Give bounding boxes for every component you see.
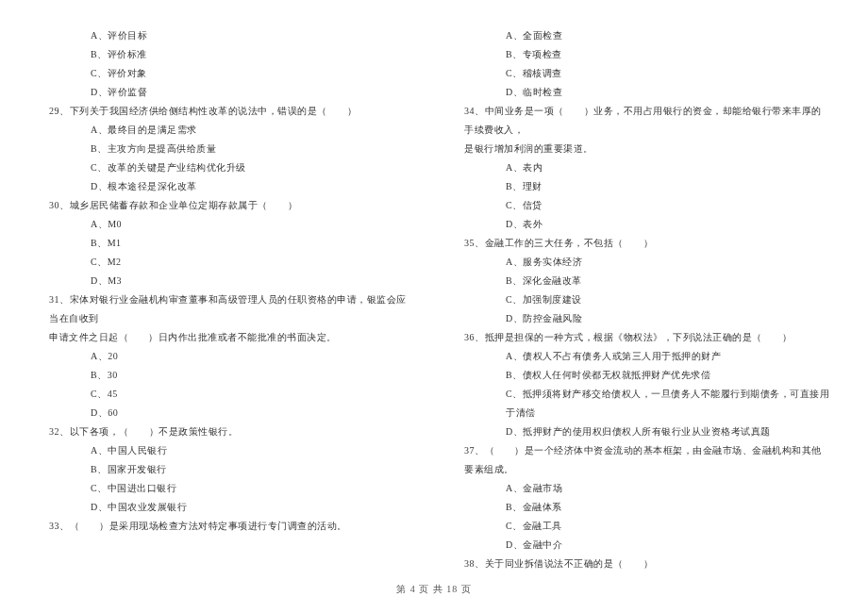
question-31-cont: 申请文件之日起（ ）日内作出批准或者不能批准的书面决定。 <box>38 328 415 347</box>
option-text: B、主攻方向是提高供给质量 <box>38 140 415 158</box>
option-text: C、稽核调查 <box>453 64 830 83</box>
option-text: D、抵押财产的使用权归债权人所有银行业从业资格考试真题 <box>453 422 830 441</box>
question-35: 35、金融工作的三大任务，不包括（ ） <box>453 234 830 253</box>
option-text: D、临时检查 <box>453 83 830 102</box>
option-text: D、根本途径是深化改革 <box>38 177 415 196</box>
option-text: A、20 <box>38 347 415 366</box>
option-text: A、金融市场 <box>453 479 830 498</box>
question-34-cont: 是银行增加利润的重要渠道。 <box>453 140 830 158</box>
option-text: D、M3 <box>38 272 415 290</box>
option-text: B、理财 <box>453 177 830 196</box>
question-31: 31、宋体对银行业金融机构审查董事和高级管理人员的任职资格的申请，银监会应当在自… <box>38 290 415 328</box>
option-text: A、债权人不占有债务人或第三人用于抵押的财产 <box>453 347 830 366</box>
option-text: B、30 <box>38 366 415 385</box>
page-container: A、评价目标 B、评价标准 C、评价对象 D、评价监督 29、下列关于我国经济供… <box>0 0 868 573</box>
option-text: C、金融工具 <box>453 517 830 536</box>
option-text: B、评价标准 <box>38 45 415 64</box>
option-text: D、金融中介 <box>453 536 830 555</box>
question-29: 29、下列关于我国经济供给侧结构性改革的说法中，错误的是（ ） <box>38 102 415 121</box>
question-30: 30、城乡居民储蓄存款和企业单位定期存款属于（ ） <box>38 196 415 215</box>
option-text: A、评价目标 <box>38 26 415 45</box>
option-text: A、表内 <box>453 158 830 177</box>
question-33: 33、（ ）是采用现场检查方法对特定事项进行专门调查的活动。 <box>38 517 415 536</box>
option-text: C、中国进出口银行 <box>38 479 415 498</box>
option-text: B、深化金融改革 <box>453 272 830 290</box>
option-text: D、中国农业发展银行 <box>38 498 415 517</box>
question-32: 32、以下各项，（ ）不是政策性银行。 <box>38 422 415 441</box>
option-text: B、M1 <box>38 234 415 253</box>
option-text: C、抵押须将财产移交给债权人，一旦债务人不能履行到期债务，可直接用于清偿 <box>453 385 830 422</box>
option-text: C、45 <box>38 385 415 404</box>
option-text: B、专项检查 <box>453 45 830 64</box>
option-text: C、M2 <box>38 253 415 272</box>
option-text: D、60 <box>38 404 415 422</box>
option-text: A、全面检查 <box>453 26 830 45</box>
question-34: 34、中间业务是一项（ ）业务，不用占用银行的资金，却能给银行带来丰厚的手续费收… <box>453 102 830 140</box>
option-text: D、防控金融风险 <box>453 309 830 328</box>
option-text: C、加强制度建设 <box>453 290 830 309</box>
question-37: 37、（ ）是一个经济体中资金流动的基本框架，由金融市场、金融机构和其他要素组成… <box>453 441 830 479</box>
left-column: A、评价目标 B、评价标准 C、评价对象 D、评价监督 29、下列关于我国经济供… <box>38 26 415 573</box>
option-text: A、中国人民银行 <box>38 441 415 460</box>
question-36: 36、抵押是担保的一种方式，根据《物权法》，下列说法正确的是（ ） <box>453 328 830 347</box>
option-text: B、国家开发银行 <box>38 460 415 479</box>
option-text: D、表外 <box>453 215 830 234</box>
question-38: 38、关于同业拆借说法不正确的是（ ） <box>453 555 830 573</box>
right-column: A、全面检查 B、专项检查 C、稽核调查 D、临时检查 34、中间业务是一项（ … <box>453 26 830 573</box>
option-text: A、M0 <box>38 215 415 234</box>
option-text: B、金融体系 <box>453 498 830 517</box>
option-text: D、评价监督 <box>38 83 415 102</box>
page-footer: 第 4 页 共 18 页 <box>0 583 868 596</box>
option-text: A、服务实体经济 <box>453 253 830 272</box>
option-text: C、评价对象 <box>38 64 415 83</box>
option-text: B、债权人任何时侯都无权就抵押财产优先求偿 <box>453 366 830 385</box>
option-text: C、改革的关键是产业结构优化升级 <box>38 158 415 177</box>
option-text: A、最终目的是满足需求 <box>38 121 415 140</box>
option-text: C、信贷 <box>453 196 830 215</box>
